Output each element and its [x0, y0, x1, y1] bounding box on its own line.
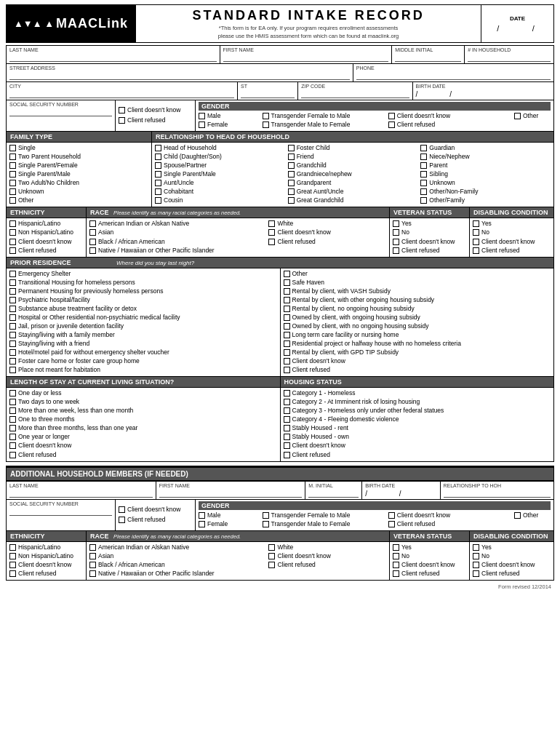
in-household-field[interactable] — [468, 53, 551, 62]
ssn-cb1-box[interactable] — [119, 107, 125, 113]
race-asian[interactable]: Asian — [89, 228, 265, 236]
dis-no[interactable]: No — [473, 228, 551, 236]
ft-single-female[interactable]: Single Parent/Female — [9, 162, 148, 170]
add-gender-trans-ftm[interactable]: Transgender Female to Male — [263, 511, 387, 519]
gender-male[interactable]: Male — [199, 112, 261, 120]
eth-hispanic[interactable]: Hispanic/Latino — [9, 220, 83, 228]
rel-guardian[interactable]: Guardian — [420, 144, 551, 152]
rel-unknown[interactable]: Unknown — [420, 179, 551, 187]
eth-refused[interactable]: Client refused — [9, 247, 83, 255]
add-last-name-field[interactable] — [9, 489, 153, 498]
gender-other[interactable]: Other — [514, 112, 551, 120]
add-gender-refused[interactable]: Client refused — [388, 520, 513, 528]
middle-initial-field[interactable] — [395, 53, 461, 62]
pr-friend[interactable]: Staying/living with a friend — [9, 340, 277, 348]
add-race-refused[interactable]: Client refused — [268, 561, 386, 569]
gender-male-box[interactable] — [199, 113, 205, 119]
ssn-field[interactable] — [9, 108, 112, 116]
los-three-month[interactable]: More than three months, less than one ye… — [9, 424, 277, 432]
first-name-field[interactable] — [223, 53, 389, 62]
rel-child[interactable]: Child (Daughter/Son) — [155, 153, 285, 161]
eth-dontknow[interactable]: Client doesn't know — [9, 238, 83, 246]
add-dis-refused[interactable]: Client refused — [473, 570, 551, 578]
ssn-cb2-item[interactable]: Client refused — [119, 116, 192, 124]
add-eth-dontknow[interactable]: Client doesn't know — [9, 561, 83, 569]
gender-trans-ftm-box[interactable] — [263, 113, 269, 119]
los-one-week[interactable]: More than one week, less than one month — [9, 407, 277, 415]
add-dis-yes[interactable]: Yes — [473, 543, 551, 551]
add-dis-dontknow[interactable]: Client doesn't know — [473, 561, 551, 569]
add-gender-other[interactable]: Other — [514, 511, 551, 519]
rel-other-nonfamily[interactable]: Other/Non-Family — [420, 188, 551, 196]
los-two-days[interactable]: Two days to one week — [9, 398, 277, 406]
pr-transitional[interactable]: Transitional Housing for homeless person… — [9, 279, 277, 287]
street-address-field[interactable] — [9, 71, 350, 80]
gender-other-box[interactable] — [514, 113, 521, 119]
pr-safe-haven[interactable]: Safe Haven — [284, 279, 551, 287]
los-one-day[interactable]: One day or less — [9, 389, 277, 397]
rel-parent[interactable]: Parent — [420, 162, 551, 170]
pr-long-term[interactable]: Long term care facility or nursing home — [284, 331, 551, 339]
dis-yes[interactable]: Yes — [473, 220, 551, 228]
vet-refused[interactable]: Client refused — [393, 247, 466, 255]
pr-hotel[interactable]: Hotel/motel paid for without emergency s… — [9, 348, 277, 356]
pr-owned-subsidy[interactable]: Owned by client, with ongoing housing su… — [284, 314, 551, 322]
ft-two-parent[interactable]: Two Parent Household — [9, 153, 148, 161]
race-black[interactable]: Black / African American — [89, 238, 265, 246]
ft-single-male[interactable]: Single Parent/Male — [9, 170, 148, 178]
gender-trans-mtf-box[interactable] — [263, 121, 269, 128]
add-gender-male[interactable]: Male — [199, 511, 261, 519]
hs-dontknow[interactable]: Client doesn't know — [284, 442, 551, 450]
gender-female[interactable]: Female — [199, 121, 261, 129]
add-ssn-cb1[interactable]: Client doesn't know — [119, 506, 192, 514]
rel-single-male[interactable]: Single Parent/Male — [155, 170, 285, 178]
add-minit-field[interactable] — [308, 489, 359, 498]
hs-refused[interactable]: Client refused — [284, 451, 551, 459]
los-one-three[interactable]: One to three months — [9, 415, 277, 423]
add-vet-yes[interactable]: Yes — [393, 543, 466, 551]
race-refused[interactable]: Client refused — [268, 238, 386, 246]
add-race-white[interactable]: White — [268, 543, 386, 551]
ft-other[interactable]: Other — [9, 196, 148, 204]
pr-permanent[interactable]: Permanent Housing for previously homeles… — [9, 287, 277, 295]
add-eth-refused[interactable]: Client refused — [9, 570, 83, 578]
vet-dontknow[interactable]: Client doesn't know — [393, 238, 466, 246]
add-gender-dontknow[interactable]: Client doesn't know — [388, 511, 513, 519]
eth-non-hispanic[interactable]: Non Hispanic/Latino — [9, 228, 83, 236]
rel-cousin[interactable]: Cousin — [155, 196, 285, 204]
rel-grandparent[interactable]: Grandparent — [288, 179, 418, 187]
pr-gpd[interactable]: Rental by client, with GPD TIP Subsidy — [284, 348, 551, 356]
gender-female-box[interactable] — [199, 121, 205, 128]
st-field[interactable] — [241, 89, 295, 98]
pr-hospital[interactable]: Hospital or Other residential non-psychi… — [9, 314, 277, 322]
pr-substance[interactable]: Substance abuse treatment facility or de… — [9, 305, 277, 313]
add-gender-trans-mtf[interactable]: Transgender Male to Female — [263, 520, 387, 528]
hs-cat2[interactable]: Category 2 - At Imminent risk of losing … — [284, 398, 551, 406]
zip-field[interactable] — [301, 89, 409, 98]
pr-no-subsidy[interactable]: Rental by client, no ongoing housing sub… — [284, 305, 551, 313]
rel-friend[interactable]: Friend — [288, 153, 418, 161]
rel-great-grand[interactable]: Great Grandchild — [288, 196, 418, 204]
pr-family[interactable]: Staying/living with a family member — [9, 331, 277, 339]
add-vet-dontknow[interactable]: Client doesn't know — [393, 561, 466, 569]
gender-refused[interactable]: Client refused — [388, 121, 513, 129]
add-gender-female[interactable]: Female — [199, 520, 261, 528]
rel-grandniece[interactable]: Grandniece/nephew — [288, 170, 418, 178]
hs-own[interactable]: Stably Housed - own — [284, 433, 551, 441]
rel-sibling[interactable]: Sibling — [420, 170, 551, 178]
vet-no[interactable]: No — [393, 228, 466, 236]
rel-cohabitant[interactable]: Cohabitant — [155, 188, 285, 196]
add-race-dontknow[interactable]: Client doesn't know — [268, 552, 386, 560]
gender-dontknow-box[interactable] — [388, 113, 395, 119]
add-vet-no[interactable]: No — [393, 552, 466, 560]
add-first-name-field[interactable] — [159, 489, 303, 498]
rel-aunt[interactable]: Aunt/Uncle — [155, 179, 285, 187]
ssn-cb2-box[interactable] — [119, 117, 125, 124]
dis-refused[interactable]: Client refused — [473, 247, 551, 255]
rel-head[interactable]: Head of Household — [155, 144, 285, 152]
hs-cat3[interactable]: Category 3 - Homeless only under other f… — [284, 407, 551, 415]
hs-cat4[interactable]: Category 4 - Fleeing domestic violence — [284, 415, 551, 423]
pr-place[interactable]: Place not meant for habitation — [9, 366, 277, 374]
add-eth-non-hispanic[interactable]: Non Hispanic/Latino — [9, 552, 83, 560]
pr-refused[interactable]: Client refused — [284, 366, 551, 374]
